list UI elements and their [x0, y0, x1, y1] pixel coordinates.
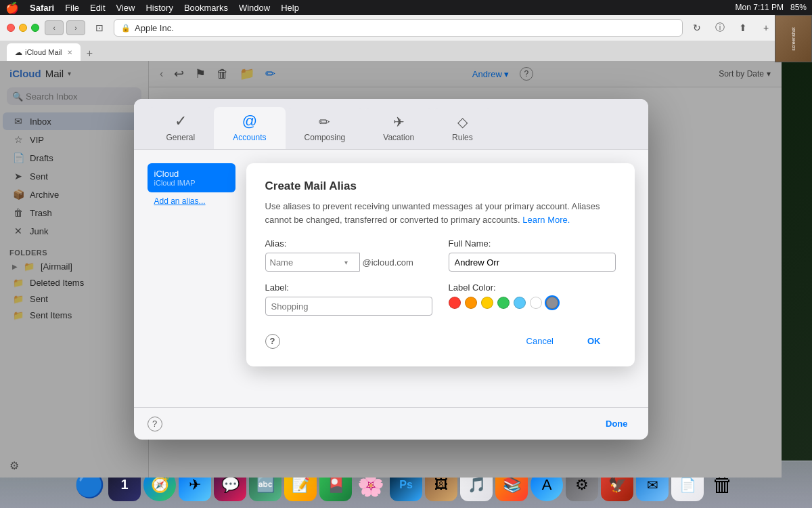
menu-view[interactable]: View [116, 3, 135, 13]
menu-history[interactable]: History [145, 3, 173, 13]
lock-icon: 🔒 [121, 24, 131, 33]
share-button[interactable]: ⬆ [734, 19, 752, 37]
traffic-lights [7, 24, 39, 32]
rules-tab-label: Rules [452, 133, 473, 142]
done-button[interactable]: Done [599, 416, 635, 431]
tab-icloud-mail[interactable]: ☁ iCloud Mail ✕ [7, 43, 81, 61]
close-button[interactable] [7, 24, 15, 32]
fullname-input[interactable] [449, 253, 616, 272]
color-orange[interactable] [465, 297, 477, 309]
general-tab-icon: ✓ [175, 112, 187, 130]
menu-edit[interactable]: Edit [90, 3, 105, 13]
menu-help[interactable]: Help [281, 3, 299, 13]
ok-button[interactable]: OK [572, 332, 616, 350]
app-area: iCloud Mail ▾ 🔍 Search Inbox ✉ Inbox ☆ V… [0, 61, 782, 478]
tab-vacation[interactable]: ✈ Vacation [364, 108, 433, 149]
composing-tab-label: Composing [304, 133, 346, 142]
composing-tab-icon: ✏ [319, 114, 330, 130]
forward-button[interactable]: › [66, 20, 85, 35]
address-text: Apple Inc. [135, 23, 174, 33]
accounts-tab-label: Accounts [233, 133, 266, 142]
color-blue[interactable] [514, 297, 526, 309]
alias-field-label: Alias: [265, 238, 432, 249]
dialog-buttons: Cancel OK [514, 332, 616, 350]
tab-general[interactable]: ✓ General [148, 107, 215, 149]
color-white[interactable] [530, 297, 542, 309]
screenshot-label: screenshot [791, 27, 796, 50]
icloud-account-item[interactable]: iCloud iCloud IMAP [148, 163, 235, 192]
create-alias-dialog: Create Mail Alias Use aliases to prevent… [246, 163, 635, 366]
address-bar[interactable]: 🔒 Apple Inc. [114, 19, 683, 37]
alias-field-group: Alias: ▾ @icloud.com [265, 238, 432, 272]
alias-input-row: ▾ @icloud.com [265, 253, 432, 272]
accounts-tab-icon: @ [242, 112, 257, 130]
tab-close-icon[interactable]: ✕ [67, 49, 72, 56]
alias-domain-text: @icloud.com [363, 257, 413, 268]
rules-tab-icon: ◇ [457, 114, 468, 130]
alias-description: Use aliases to prevent receiving unwante… [265, 200, 616, 226]
learn-more-link[interactable]: Learn More. [522, 215, 570, 225]
alias-dialog-title: Create Mail Alias [265, 179, 616, 193]
settings-overlay: ✓ General @ Accounts ✏ Composing ✈ Vacat… [0, 61, 782, 478]
menu-window[interactable]: Window [239, 3, 270, 13]
icloud-account-sub: iCloud IMAP [154, 179, 229, 187]
tab-overview-button[interactable]: ⊡ [91, 19, 108, 37]
alias-form: Alias: ▾ @icloud.com [265, 238, 616, 316]
tab-accounts[interactable]: @ Accounts [214, 107, 285, 149]
cancel-button[interactable]: Cancel [514, 332, 566, 350]
alias-name-input-container[interactable]: ▾ [265, 253, 360, 272]
alias-name-input[interactable] [270, 257, 344, 268]
settings-content: iCloud iCloud IMAP Add an alias... Creat… [134, 150, 648, 407]
label-color-group: Label Color: [449, 282, 616, 316]
color-yellow[interactable] [481, 297, 493, 309]
browser-tabs: ☁ iCloud Mail ✕ + [0, 41, 782, 61]
tab-rules[interactable]: ◇ Rules [433, 108, 492, 149]
fullname-label: Full Name: [449, 238, 616, 249]
browser-toolbar: ‹ › ⊡ 🔒 Apple Inc. ↻ ⓘ ⬆ + [0, 15, 782, 41]
add-alias-link[interactable]: Add an alias... [148, 192, 235, 210]
settings-help-button[interactable]: ? [148, 417, 162, 431]
tab-composing[interactable]: ✏ Composing [286, 108, 365, 149]
reload-button[interactable]: ↻ [688, 19, 706, 37]
alias-dialog-footer: ? Cancel OK [265, 332, 616, 350]
menu-bookmarks[interactable]: Bookmarks [184, 3, 228, 13]
tab-title: iCloud Mail [25, 48, 62, 56]
menubar-battery: 85% [790, 3, 807, 12]
vacation-tab-label: Vacation [383, 133, 414, 142]
menu-file[interactable]: File [65, 3, 79, 13]
new-tab-button[interactable]: + [82, 46, 97, 61]
apple-menu[interactable]: 🍎 [5, 1, 19, 14]
alias-help-button[interactable]: ? [265, 334, 280, 349]
general-tab-label: General [166, 133, 196, 142]
settings-tabs: ✓ General @ Accounts ✏ Composing ✈ Vacat… [134, 99, 648, 150]
color-red[interactable] [449, 297, 461, 309]
menubar-time: Mon 7:11 PM [736, 3, 784, 12]
vacation-tab-icon: ✈ [393, 114, 405, 130]
color-swatches [449, 297, 616, 309]
label-input[interactable] [265, 297, 432, 316]
browser-window: ‹ › ⊡ 🔒 Apple Inc. ↻ ⓘ ⬆ + ☁ iCloud Mail… [0, 15, 782, 478]
maximize-button[interactable] [31, 24, 39, 32]
screenshot-thumbnail: screenshot [775, 15, 812, 62]
label-color-label: Label Color: [449, 282, 616, 293]
accounts-panel: iCloud iCloud IMAP Add an alias... Creat… [148, 163, 635, 366]
menu-safari[interactable]: Safari [30, 3, 54, 13]
alias-dropdown-icon: ▾ [344, 259, 348, 266]
settings-dialog: ✓ General @ Accounts ✏ Composing ✈ Vacat… [134, 99, 648, 440]
minimize-button[interactable] [19, 24, 27, 32]
icloud-account-name: iCloud [154, 169, 229, 179]
back-button[interactable]: ‹ [45, 20, 64, 35]
tab-favicon: ☁ [15, 48, 22, 57]
info-button[interactable]: ⓘ [711, 19, 729, 37]
color-green[interactable] [497, 297, 510, 309]
label-field-label: Label: [265, 282, 432, 293]
label-field-group: Label: [265, 282, 432, 316]
menubar: 🍎 Safari File Edit View History Bookmark… [0, 0, 812, 15]
add-bookmark-button[interactable]: + [757, 19, 775, 37]
color-gray[interactable] [546, 297, 558, 309]
settings-footer: ? Done [134, 407, 648, 440]
browser-toolbar-actions: ↻ ⓘ ⬆ + [688, 19, 775, 37]
accounts-list: iCloud iCloud IMAP Add an alias... [148, 163, 235, 366]
fullname-field-group: Full Name: [449, 238, 616, 272]
